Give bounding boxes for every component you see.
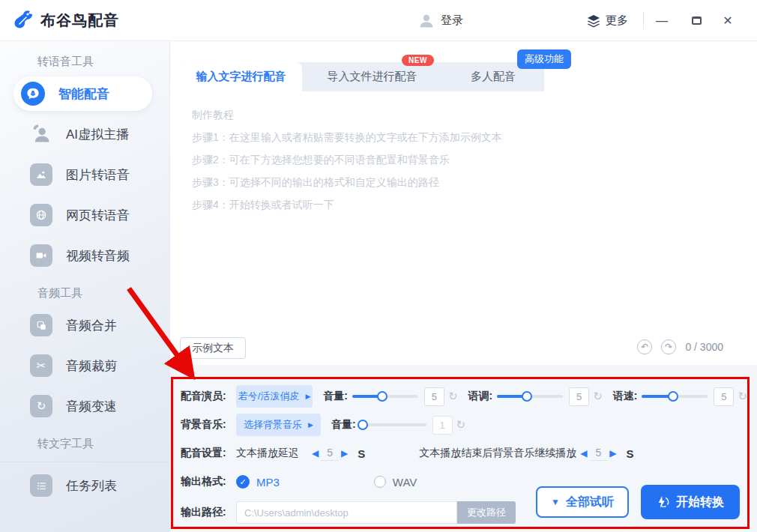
sidebar-item-audio-trim[interactable]: ✂ 音频裁剪 — [0, 348, 169, 383]
advanced-features-badge[interactable]: 高级功能 — [517, 49, 571, 69]
bgm-continue-value[interactable]: 5 — [590, 447, 608, 461]
bgm-continue-label: 文本播放结束后背景音乐继续播放 — [419, 447, 576, 460]
chevron-right-icon: ▶ — [308, 421, 313, 429]
undo-button[interactable]: ↶ — [637, 339, 652, 354]
sidebar-item-label: 智能配音 — [58, 85, 109, 103]
settings-label: 配音设置: — [181, 447, 236, 460]
sidebar-section-audio-tools: 音频工具 — [0, 286, 169, 300]
start-convert-button[interactable]: 开始转换 — [641, 485, 740, 519]
path-label: 输出路径: — [181, 506, 236, 519]
slider-thumb[interactable] — [358, 420, 368, 430]
text-editor-area[interactable]: 制作教程 步骤1：在这里输入或者粘贴需要转换的文字或在下方添加示例文本 步骤2：… — [180, 91, 750, 361]
delay-label: 文本播放延迟 — [236, 447, 299, 460]
sidebar-item-video-to-audio[interactable]: 视频转音频 — [0, 238, 169, 273]
pitch-value[interactable]: 5 — [569, 387, 589, 406]
sidebar-item-smart-dubbing[interactable]: 智能配音 — [13, 76, 152, 111]
slider-thumb[interactable] — [377, 391, 387, 402]
reset-volume-icon[interactable]: ↻ — [448, 390, 458, 403]
merge-icon — [30, 314, 52, 336]
tab-input-text[interactable]: 输入文字进行配音 — [180, 62, 302, 91]
sidebar-section-text-tools: 转文字工具 — [0, 437, 169, 451]
voice-actor-row: 配音演员: 若兮/活泼俏皮 ▶ 音量: 5 ↻ 语调: 5 ↻ — [181, 382, 747, 411]
tutorial-step: 步骤1：在这里输入或者粘贴需要转换的文字或在下方添加示例文本 — [192, 126, 738, 148]
radio-wav[interactable] — [374, 476, 386, 488]
reset-speed-icon[interactable]: ↻ — [738, 390, 747, 403]
step-left-icon[interactable]: ◀ — [310, 448, 321, 459]
sidebar-item-ai-virtual-host[interactable]: AI虚拟主播 — [0, 117, 169, 151]
avatar-icon — [418, 13, 435, 29]
sidebar-item-label: 视频转音频 — [66, 247, 130, 265]
bgm-row: 背景音乐: 选择背景音乐 ▶ 音量: 1 ↻ — [181, 411, 747, 439]
sidebar-divider — [0, 462, 169, 462]
speed-value[interactable]: 5 — [714, 387, 734, 406]
minimize-icon: — — [656, 14, 668, 28]
bgm-volume-value[interactable]: 1 — [432, 416, 453, 435]
sidebar-item-audio-speed[interactable]: ↻ 音频变速 — [0, 389, 169, 423]
tutorial-step: 步骤3：可选择不同的输出的格式和自定义输出的路径 — [192, 171, 738, 193]
tutorial-step: 步骤4：开始转换或者试听一下 — [192, 193, 738, 216]
bgm-select-value: 选择背景音乐 — [244, 418, 302, 432]
login-button[interactable]: 登录 — [418, 0, 463, 41]
chat-mic-icon — [21, 82, 45, 106]
sidebar-section-voice-tools: 转语音工具 — [0, 55, 169, 69]
more-button[interactable]: 更多 — [586, 0, 628, 41]
minimize-button[interactable]: — — [649, 0, 675, 41]
output-path-input[interactable] — [236, 501, 457, 524]
delay-value[interactable]: 5 — [321, 447, 339, 461]
video-camera-icon — [30, 244, 52, 267]
preview-all-button[interactable]: ▼ 全部试听 — [536, 486, 629, 518]
play-triangle-icon: ▼ — [551, 497, 560, 507]
app-title: 布谷鸟配音 — [40, 10, 119, 31]
pitch-slider[interactable] — [497, 395, 563, 398]
voice-actor-value: 若兮/活泼俏皮 — [238, 390, 300, 403]
chevron-right-icon: ▶ — [305, 393, 310, 400]
undo-icon: ↶ — [641, 342, 648, 352]
speed-slider[interactable] — [642, 395, 708, 398]
reset-bgm-volume-icon[interactable]: ↻ — [456, 418, 466, 432]
mp3-label[interactable]: MP3 — [256, 476, 280, 489]
bgm-select[interactable]: 选择背景音乐 ▶ — [236, 414, 321, 436]
convert-bolt-icon — [657, 495, 670, 509]
pitch-label: 语调: — [468, 390, 493, 403]
sidebar-item-label: AI虚拟主播 — [66, 126, 129, 143]
more-label: 更多 — [606, 13, 628, 28]
volume-value[interactable]: 5 — [424, 387, 444, 406]
maximize-icon — [692, 16, 702, 25]
sidebar-item-webpage-to-speech[interactable]: 网页转语音 — [0, 198, 169, 232]
step-left-icon[interactable]: ◀ — [578, 448, 589, 459]
sidebar-item-image-to-speech[interactable]: 图片转语音 — [0, 157, 169, 192]
step-right-icon[interactable]: ▶ — [339, 448, 350, 459]
sidebar-item-audio-merge[interactable]: 音频合并 — [0, 308, 169, 342]
bgm-volume-slider[interactable] — [361, 423, 426, 426]
bgm-continue-stepper: ◀ 5 ▶ — [578, 447, 618, 461]
reset-pitch-icon[interactable]: ↻ — [593, 390, 603, 403]
image-icon — [30, 163, 52, 186]
sidebar-item-label: 音频裁剪 — [66, 357, 117, 375]
slider-thumb[interactable] — [668, 391, 678, 402]
sample-text-button[interactable]: 示例文本 — [180, 337, 246, 359]
volume-slider[interactable] — [352, 395, 418, 398]
slider-thumb[interactable] — [522, 391, 532, 402]
globe-icon — [30, 204, 52, 226]
wav-label[interactable]: WAV — [393, 476, 417, 489]
bgm-label: 背景音乐: — [181, 418, 236, 432]
titlebar-divider — [643, 12, 644, 29]
tab-import-file[interactable]: 导入文件进行配音 — [302, 62, 442, 91]
editor-counter-row: ↶ ↷ 0 / 3000 — [637, 339, 723, 354]
voice-actor-select[interactable]: 若兮/活泼俏皮 ▶ — [236, 385, 313, 408]
sidebar-item-task-list[interactable]: 任务列表 — [0, 468, 169, 503]
speed-icon: ↻ — [30, 395, 52, 417]
voice-actor-label: 配音演员: — [181, 390, 236, 403]
close-button[interactable]: ✕ — [715, 0, 741, 41]
titlebar: 布谷鸟配音 登录 更多 — ✕ — [0, 0, 757, 41]
dubbing-settings-row: 配音设置: 文本播放延迟 ◀ 5 ▶ S 文本播放结束后背景音乐继续播放 ◀ 5… — [181, 439, 747, 468]
maximize-button[interactable] — [684, 0, 709, 41]
change-path-button[interactable]: 更改路径 — [457, 501, 516, 524]
redo-button[interactable]: ↷ — [661, 339, 676, 354]
sidebar: 转语音工具 智能配音 AI虚拟主播 — [0, 41, 170, 532]
step-right-icon[interactable]: ▶ — [607, 448, 618, 459]
speed-label: 语速: — [613, 390, 638, 403]
app-logo: 布谷鸟配音 — [12, 8, 119, 32]
radio-mp3[interactable]: ✓ — [236, 475, 250, 489]
virtual-host-icon — [30, 123, 52, 145]
